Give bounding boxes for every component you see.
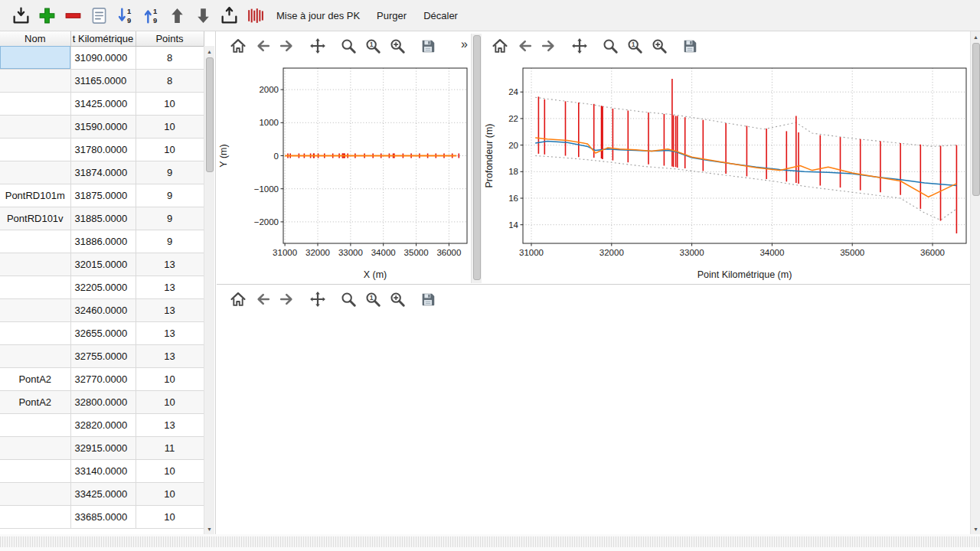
table-row[interactable]: 32205.000013 [0,276,204,298]
plan-scrollbar-thumb[interactable] [473,35,481,280]
move-down-button[interactable] [191,4,214,27]
cell-nom[interactable] [0,92,70,115]
cell-nom[interactable] [0,482,70,505]
cell-pk[interactable]: 31590.0000 [70,115,136,138]
cell-points[interactable]: 8 [136,69,204,92]
cell-nom[interactable]: PontA2 [0,390,70,413]
cell-points[interactable]: 13 [136,298,204,321]
column-header-nom[interactable]: Nom [0,31,70,46]
cell-pk[interactable]: 33685.0000 [70,505,136,528]
sort-ascending-button[interactable]: 19 [139,4,162,27]
plan-chart-canvas[interactable]: 310003200033000340003500036000−2000−1000… [217,58,471,283]
home-button[interactable] [226,288,250,311]
table-row[interactable]: 33685.000010 [0,505,204,528]
cell-points[interactable]: 13 [136,253,204,276]
cell-points[interactable]: 9 [136,184,204,207]
save-figure-button[interactable] [678,34,702,57]
forward-button[interactable] [537,34,561,57]
table-row[interactable]: PontRD101v31885.00009 [0,207,204,230]
table-row[interactable]: 31886.00009 [0,230,204,253]
zoom-button[interactable] [336,288,361,311]
cell-points[interactable]: 11 [136,436,204,459]
cell-pk[interactable]: 32460.0000 [70,298,136,321]
panel-scrollbar-thumb[interactable] [972,43,980,196]
table-row[interactable]: 32655.000013 [0,321,204,344]
update-pk-button[interactable]: Mise à jour des PK [270,4,367,27]
cell-pk[interactable]: 32755.0000 [70,344,136,367]
plan-plot-scrollbar[interactable] [471,34,482,283]
save-figure-button[interactable] [416,34,440,57]
cell-nom[interactable] [0,161,70,184]
table-row[interactable]: 32460.000013 [0,298,204,321]
table-row[interactable]: 31780.000010 [0,138,204,161]
pan-button[interactable] [305,34,330,57]
table-vertical-scrollbar[interactable]: ▲ ▼ [204,46,214,534]
zoom-rect-button[interactable] [385,288,410,311]
cell-points[interactable]: 10 [136,505,204,528]
profiles-table[interactable]: Nomt KilométriquePoints31090.0000831165.… [0,31,204,529]
cell-nom[interactable] [0,69,70,92]
cell-nom[interactable] [0,276,70,298]
table-row[interactable]: 31590.000010 [0,115,204,138]
cell-nom[interactable] [0,138,70,161]
scrollbar-down-arrow-icon[interactable]: ▼ [204,523,214,534]
panel-vertical-scrollbar[interactable]: ▲ ▼ [970,31,980,534]
scrollbar-up-arrow-icon[interactable]: ▲ [204,46,214,57]
table-row[interactable]: PontA232800.000010 [0,390,204,413]
sort-descending-button[interactable]: 19 [113,4,136,27]
cell-points[interactable]: 9 [136,161,204,184]
cell-pk[interactable]: 32770.0000 [70,367,136,390]
cell-pk[interactable]: 32015.0000 [70,253,136,276]
cell-points[interactable]: 10 [136,390,204,413]
save-figure-button[interactable] [416,288,440,311]
cell-points[interactable]: 13 [136,321,204,344]
back-button[interactable] [250,34,275,57]
cell-nom[interactable]: PontA2 [0,367,70,390]
cell-points[interactable]: 10 [136,367,204,390]
cell-points[interactable]: 13 [136,276,204,298]
cell-nom[interactable]: PontRD101m [0,184,70,207]
table-row[interactable]: PontRD101m31875.00009 [0,184,204,207]
cell-pk[interactable]: 33425.0000 [70,482,136,505]
cell-pk[interactable]: 31425.0000 [70,92,136,115]
forward-button[interactable] [275,34,299,57]
table-row[interactable]: 31090.00008 [0,46,204,69]
table-row[interactable]: 31425.000010 [0,92,204,115]
purge-button[interactable]: Purger [370,4,413,27]
cell-pk[interactable]: 31780.0000 [70,138,136,161]
forward-button[interactable] [275,288,299,311]
zoom-original-button[interactable]: 1 [622,34,647,57]
zoom-button[interactable] [336,34,361,57]
cell-pk[interactable]: 31885.0000 [70,207,136,230]
bottom-resize-strip[interactable] [0,534,980,551]
column-header-pk[interactable]: t Kilométrique [70,31,136,46]
home-button[interactable] [226,34,250,57]
cell-nom[interactable] [0,298,70,321]
cell-pk[interactable]: 31165.0000 [70,69,136,92]
zoom-original-button[interactable]: 1 [361,288,385,311]
cell-points[interactable]: 10 [136,138,204,161]
cell-pk[interactable]: 32205.0000 [70,276,136,298]
move-up-button[interactable] [165,4,188,27]
column-header-points[interactable]: Points [136,31,204,46]
import-button[interactable] [9,4,32,27]
cell-pk[interactable]: 32820.0000 [70,413,136,436]
back-button[interactable] [250,288,275,311]
cell-pk[interactable]: 32915.0000 [70,436,136,459]
home-button[interactable] [488,34,512,57]
toolbar-overflow-button[interactable]: » [461,37,468,51]
zoom-original-button[interactable]: 1 [361,34,385,57]
profile-chart-canvas[interactable]: 3100032000330003400035000360001416182022… [482,58,971,283]
cell-points[interactable]: 10 [136,482,204,505]
zoom-button[interactable] [598,34,622,57]
cell-pk[interactable]: 31090.0000 [70,46,136,69]
cell-nom[interactable] [0,505,70,528]
export-button[interactable] [217,4,240,27]
cell-pk[interactable]: 33140.0000 [70,459,136,482]
cell-nom[interactable] [0,46,70,69]
cell-points[interactable]: 10 [136,459,204,482]
scrollbar-down-arrow-icon[interactable]: ▼ [971,523,980,534]
cell-nom[interactable] [0,459,70,482]
sections-button[interactable] [243,4,266,27]
table-scrollbar-thumb[interactable] [206,57,214,172]
